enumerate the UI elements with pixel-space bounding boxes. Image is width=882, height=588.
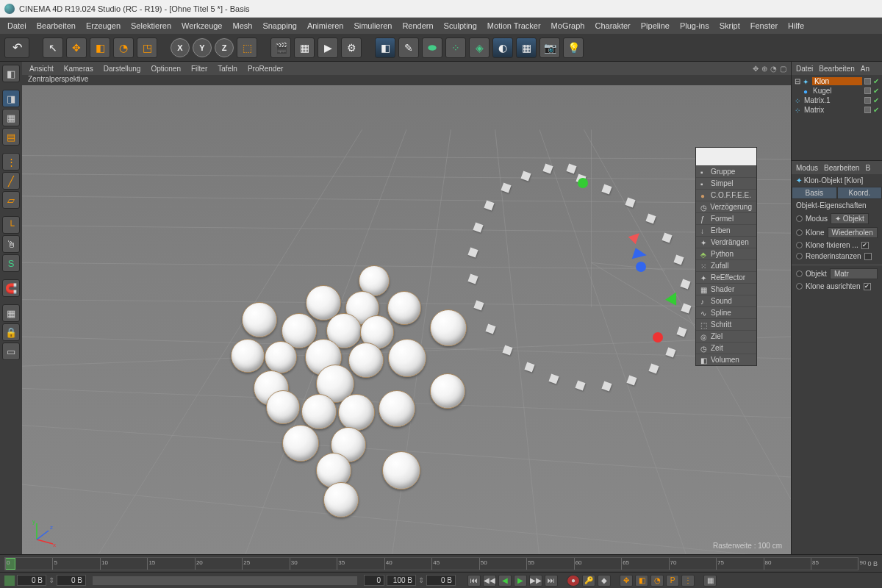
menu-datei[interactable]: Datei: [7, 21, 26, 30]
polygon-mode-button[interactable]: ▱: [2, 191, 20, 209]
context-item-verzoegerung[interactable]: ◷Verzögerung: [696, 201, 756, 212]
context-item-erben[interactable]: ↓Erben: [696, 224, 756, 236]
edge-mode-button[interactable]: ╱: [2, 172, 20, 190]
environment-button[interactable]: ◐: [492, 37, 513, 58]
camera-button[interactable]: ▦: [516, 37, 537, 58]
radio-icon[interactable]: [796, 283, 803, 290]
scale-key-button[interactable]: ◧: [635, 575, 648, 587]
bulb-button[interactable]: 💡: [563, 37, 584, 58]
axis-tool-button[interactable]: └: [2, 216, 20, 234]
attr-render-checkbox[interactable]: [864, 253, 872, 260]
render-settings-button[interactable]: ⚙: [341, 37, 362, 58]
undo-button[interactable]: ↶: [4, 37, 29, 58]
viewport-max-icon[interactable]: ▢: [780, 65, 786, 73]
play-back-button[interactable]: ◀: [498, 575, 512, 587]
primitive-cube-button[interactable]: ◧: [375, 37, 395, 58]
gizmo-z-handle[interactable]: [636, 262, 646, 272]
menu-simulieren[interactable]: Simulieren: [354, 21, 392, 30]
menu-plugins[interactable]: Plug-ins: [680, 21, 709, 30]
axis-z-button[interactable]: Z: [215, 38, 234, 57]
record-button[interactable]: ●: [567, 575, 580, 587]
view-menu-darstellung[interactable]: Darstellung: [104, 65, 141, 73]
next-key-button[interactable]: ▶▶: [529, 575, 542, 587]
context-item-reeffector[interactable]: ✦ReEffector: [696, 271, 756, 283]
context-item-zeit[interactable]: ◷Zeit: [696, 342, 756, 354]
menu-charakter[interactable]: Charakter: [595, 21, 630, 30]
radio-icon[interactable]: [796, 242, 803, 248]
context-item-volumen[interactable]: ◧Volumen: [696, 354, 756, 365]
lock-workplane-button[interactable]: 🔒: [2, 323, 20, 341]
context-item-formel[interactable]: ƒFormel: [696, 212, 756, 224]
rot-key-button[interactable]: ◔: [650, 575, 664, 587]
param-key-button[interactable]: P: [666, 575, 679, 587]
view-menu-optionen[interactable]: Optionen: [151, 65, 181, 73]
tree-row-kugel[interactable]: ● Kugel ✔: [795, 86, 879, 96]
context-item-simpel[interactable]: ▪Simpel: [696, 177, 756, 189]
context-item-zufall[interactable]: ⁙Zufall: [696, 259, 756, 271]
keyframe-indicator[interactable]: [4, 576, 15, 586]
prev-key-button[interactable]: ◀◀: [483, 575, 496, 587]
menu-pipeline[interactable]: Pipeline: [641, 21, 670, 30]
radio-icon[interactable]: [796, 253, 803, 259]
context-item-coffee[interactable]: ●C.O.F.F.E.E.: [696, 189, 756, 201]
menu-erzeugen[interactable]: Erzeugen: [86, 21, 121, 30]
deformer-button[interactable]: ◈: [469, 37, 490, 58]
pos-key-button[interactable]: ✥: [620, 575, 633, 587]
viewport-solo-button[interactable]: 🖱: [2, 235, 20, 253]
context-item-shader[interactable]: ▦Shader: [696, 283, 756, 295]
play-button[interactable]: ▶: [514, 575, 527, 587]
attr-menu-b[interactable]: B: [865, 164, 870, 172]
render-view-button[interactable]: 🎬: [270, 37, 291, 58]
context-item-sound[interactable]: ♪Sound: [696, 295, 756, 306]
coord-system-button[interactable]: ⬚: [237, 37, 257, 58]
goto-start-button[interactable]: ⏮: [467, 575, 481, 587]
menu-skript[interactable]: Skript: [720, 21, 740, 30]
array-button[interactable]: ⁘: [445, 37, 466, 58]
tree-row-matrix1[interactable]: ⁘ Matrix.1 ✔: [795, 96, 879, 105]
viewport-zoom-icon[interactable]: ⊕: [761, 65, 767, 73]
scale-tool[interactable]: ◧: [90, 37, 110, 58]
workplane-mode-button[interactable]: ▦: [2, 304, 20, 322]
menu-mesh[interactable]: Mesh: [232, 21, 252, 30]
menu-snapping[interactable]: Snapping: [262, 21, 297, 30]
gizmo-y-handle[interactable]: [578, 178, 588, 188]
view-menu-kameras[interactable]: Kameras: [64, 65, 93, 73]
context-item-python[interactable]: ⬘Python: [696, 248, 756, 259]
tree-row-klon[interactable]: ⊟✦ Klon ✔: [795, 76, 879, 86]
spline-pen-button[interactable]: ✎: [398, 37, 419, 58]
make-editable-button[interactable]: ◧: [2, 65, 20, 82]
autokey-button[interactable]: 🔑: [582, 575, 595, 587]
select-tool[interactable]: ↖: [43, 37, 63, 58]
attr-tab-basis[interactable]: Basis: [792, 187, 837, 199]
light-button[interactable]: 📷: [539, 37, 560, 58]
view-menu-filter[interactable]: Filter: [191, 65, 207, 73]
attr-klone-dropdown[interactable]: Wiederholen: [828, 227, 878, 238]
frame-field-5[interactable]: 0 B: [426, 575, 456, 586]
render-picture-button[interactable]: ▶: [318, 37, 338, 58]
rotate-tool[interactable]: ◔: [113, 37, 134, 58]
obj-menu-an[interactable]: An: [861, 65, 870, 73]
tree-row-matrix[interactable]: ⁘ Matrix ✔: [795, 105, 879, 115]
menu-fenster[interactable]: Fenster: [750, 21, 778, 30]
recent-tool[interactable]: ◳: [137, 37, 157, 58]
menu-mograph[interactable]: MoGraph: [551, 21, 585, 30]
pla-key-button[interactable]: ⋮: [681, 575, 695, 587]
menu-rendern[interactable]: Rendern: [402, 21, 433, 30]
context-item-gruppe[interactable]: ▪Gruppe: [696, 165, 756, 177]
context-item-ziel[interactable]: ◎Ziel: [696, 330, 756, 342]
menu-hilfe[interactable]: Hilfe: [788, 21, 804, 30]
view-menu-prorender[interactable]: ProRender: [248, 65, 283, 73]
attr-menu-modus[interactable]: Modus: [796, 164, 818, 172]
gizmo-x-handle[interactable]: [653, 332, 663, 343]
menu-werkzeuge[interactable]: Werkzeuge: [182, 21, 222, 30]
attr-fix-checkbox[interactable]: ✔: [861, 242, 869, 249]
menu-sculpting[interactable]: Sculpting: [444, 21, 477, 30]
attr-tab-koord[interactable]: Koord.: [837, 187, 883, 199]
render-region-button[interactable]: ▦: [294, 37, 315, 58]
move-tool[interactable]: ✥: [66, 37, 87, 58]
viewport-rotate-icon[interactable]: ◔: [770, 65, 777, 73]
obj-menu-bearbeiten[interactable]: Bearbeiten: [819, 65, 854, 73]
frame-start-field[interactable]: 0 B: [17, 575, 46, 586]
snap-button[interactable]: S: [2, 254, 20, 272]
layout-button[interactable]: ▦: [703, 575, 717, 587]
